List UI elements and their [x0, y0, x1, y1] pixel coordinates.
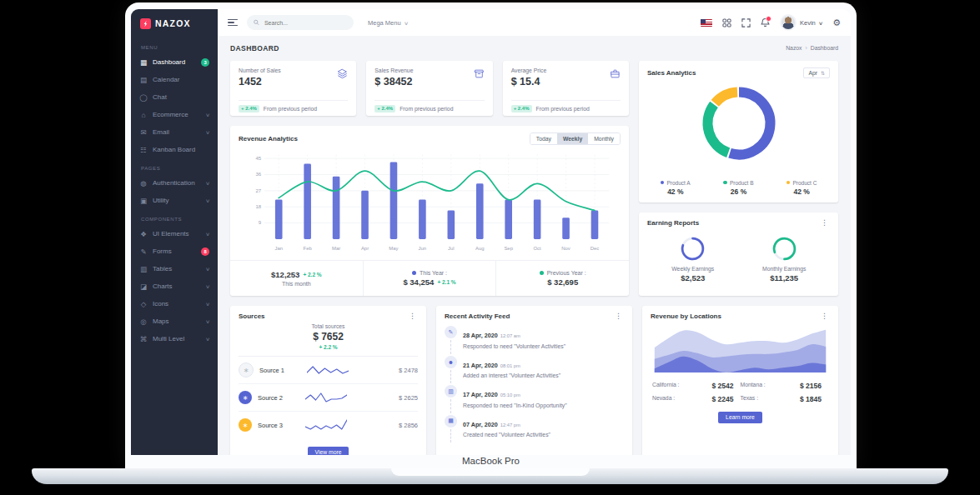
coin-source-2-icon: ∗ — [239, 391, 252, 404]
tab-weekly[interactable]: Weekly — [557, 133, 588, 144]
user-name: Kevin — [800, 19, 816, 27]
notifications-bell-icon[interactable] — [761, 18, 770, 28]
sidebar-item-tables[interactable]: ▥Tables∨ — [131, 260, 218, 278]
sources-total-value: $ 7652 — [239, 331, 418, 342]
search-box[interactable] — [247, 15, 354, 30]
sources-header: Sources ⋮ — [230, 306, 426, 320]
source-row: ∗Source 1$ 2478 — [239, 357, 418, 384]
breadcrumb-separator: › — [805, 45, 807, 51]
activity-date: 17 Apr, 2020 — [463, 391, 498, 398]
brand-logo-text: NAZOX — [155, 18, 191, 28]
chevron-down-icon: ∨ — [404, 20, 409, 26]
sidebar-item-dashboard[interactable]: ▦Dashboard3 — [131, 53, 218, 71]
svg-text:Jan: Jan — [274, 246, 283, 251]
activity-item: ▦07 Apr, 202012:47 pmCreated need "Volun… — [445, 415, 624, 445]
timeline-connector — [450, 429, 451, 443]
kebab-menu-icon[interactable]: ⋮ — [819, 219, 830, 227]
donut-legend: Product A42 %Product B26 %Product C42 % — [639, 180, 838, 203]
stat-card: Sales Revenue$ 38452+ 2.4%From previous … — [366, 61, 492, 116]
mega-menu-button[interactable]: Mega Menu ∨ — [363, 18, 413, 28]
source-value: $ 2625 — [399, 394, 418, 402]
icons-icon: ◇ — [139, 300, 148, 308]
chevron-down-icon: ∨ — [205, 231, 210, 237]
fullscreen-icon[interactable] — [741, 18, 751, 28]
search-input[interactable] — [263, 19, 347, 27]
activity-feed-header: Recent Activity Feed ⋮ — [436, 306, 632, 320]
brand-logo[interactable]: NAZOX — [131, 9, 218, 38]
revenue-footer-label: Previous Year : — [547, 270, 586, 276]
language-flag-icon[interactable] — [701, 19, 712, 27]
sidebar-section-label: COMPONENTS — [131, 209, 218, 225]
legend-dot — [723, 181, 727, 185]
location-entry: California :$ 2542 — [652, 382, 741, 390]
sidebar-item-label: Forms — [153, 248, 172, 255]
svg-text:9: 9 — [259, 221, 262, 226]
card-title: Sales Analytics — [647, 69, 696, 77]
sidebar: NAZOX MENU▦Dashboard3▤Calendar◯Chat⌂Ecom… — [131, 9, 218, 455]
activity-list: ✎28 Apr, 202012:07 amResponded to need "… — [436, 320, 632, 455]
sidebar-item-multi-level[interactable]: ⌘Multi Level∨ — [131, 330, 218, 348]
svg-text:Sep: Sep — [504, 246, 513, 251]
sidebar-item-ecommerce[interactable]: ⌂Ecommerce∨ — [131, 106, 218, 123]
locations-values: California :$ 2542Montana :$ 2156Nevada … — [642, 375, 838, 403]
revenue-analytics-footer: $12,253+ 2.2 %This monthThis Year :$ 34,… — [230, 260, 629, 296]
earning-report-label: Monthly Earnings — [762, 266, 807, 272]
learn-more-button[interactable]: Learn more — [718, 412, 762, 423]
sidebar-item-calendar[interactable]: ▤Calendar — [131, 71, 218, 88]
kebab-menu-icon[interactable]: ⋮ — [613, 312, 624, 320]
breadcrumb-root[interactable]: Nazox — [786, 45, 802, 51]
period-select[interactable]: Apr ⇅ — [803, 68, 830, 78]
kebab-menu-icon[interactable]: ⋮ — [819, 312, 830, 320]
sidebar-item-icons[interactable]: ◇Icons∨ — [131, 295, 218, 312]
sidebar-item-kanban-board[interactable]: ☷Kanban Board — [131, 141, 218, 158]
settings-gear-icon[interactable]: ⚙ — [832, 18, 841, 28]
search-icon — [254, 19, 259, 26]
tab-today[interactable]: Today — [530, 133, 557, 144]
notification-dot — [766, 16, 771, 22]
stat-card-value: 1452 — [239, 76, 281, 88]
activity-text: Responded to need "Volunteer Activities" — [463, 343, 565, 349]
sidebar-item-ui-elements[interactable]: ❖UI Elements∨ — [131, 225, 218, 242]
source-name: Source 2 — [258, 394, 299, 402]
menu-toggle-icon[interactable] — [228, 19, 238, 26]
revenue-locations-card: Revenue by Locations ⋮ California :$ 254… — [642, 306, 838, 455]
sidebar-item-charts[interactable]: ◪Charts∨ — [131, 278, 218, 295]
chevron-down-icon: ∨ — [205, 301, 210, 307]
sidebar-item-forms[interactable]: ✎Forms8 — [131, 242, 218, 260]
bottom-row: Sources ⋮ Total sources $ 7652 + 2.2 % ∗… — [230, 306, 838, 455]
sidebar-item-maps[interactable]: ◎Maps∨ — [131, 312, 218, 330]
revenue-analytics-chart: 918273645JanFebMarAprMayJunJulAugSepOctN… — [237, 147, 622, 257]
activity-time: 05:10 pm — [500, 392, 520, 398]
chevron-down-icon: ∨ — [205, 336, 210, 342]
stat-card-value: $ 38452 — [374, 76, 413, 88]
sidebar-item-utility[interactable]: ▣Utility∨ — [131, 192, 218, 209]
right-column: Sales Analytics Apr ⇅ Product A42 %Produ… — [639, 61, 838, 296]
user-icon: ☻ — [445, 356, 457, 368]
activity-time: 12:47 pm — [500, 422, 520, 428]
activity-item: ☻21 Apr, 202008:01 pmAdded an interest "… — [445, 356, 624, 386]
left-column: Number of Sales1452+ 2.4%From previous p… — [230, 61, 629, 296]
activity-time: 08:01 pm — [500, 363, 520, 368]
user-menu[interactable]: Kevin ∨ — [780, 14, 822, 31]
sidebar-item-authentication[interactable]: ◍Authentication∨ — [131, 174, 218, 192]
select-arrows-icon: ⇅ — [821, 70, 825, 76]
sidebar-item-label: Chat — [153, 93, 167, 101]
dashboard-icon: ▦ — [139, 58, 148, 67]
sources-footer: View more — [230, 438, 426, 455]
stat-card-title: Average Price — [511, 68, 547, 73]
ecommerce-icon: ⌂ — [139, 111, 148, 119]
svg-text:Apr: Apr — [361, 246, 369, 251]
tab-monthly[interactable]: Monthly — [588, 133, 620, 144]
earning-report-value: $2,523 — [681, 273, 705, 282]
location-entry: Montana :$ 2156 — [741, 382, 829, 390]
device-label: MacBook Pro — [131, 455, 851, 468]
apps-grid-icon[interactable] — [722, 18, 731, 28]
sidebar-item-chat[interactable]: ◯Chat — [131, 88, 218, 106]
earning-reports-card: Earning Reports ⋮ Weekly Earnings$2,523M… — [639, 212, 838, 296]
kebab-menu-icon[interactable]: ⋮ — [407, 312, 418, 320]
sidebar-item-email[interactable]: ✉Email∨ — [131, 123, 218, 141]
sidebar-item-label: Icons — [153, 300, 168, 308]
view-more-button[interactable]: View more — [308, 447, 349, 456]
stat-card-delta-badge: + 2.4% — [239, 105, 259, 112]
svg-text:Nov: Nov — [561, 246, 570, 251]
